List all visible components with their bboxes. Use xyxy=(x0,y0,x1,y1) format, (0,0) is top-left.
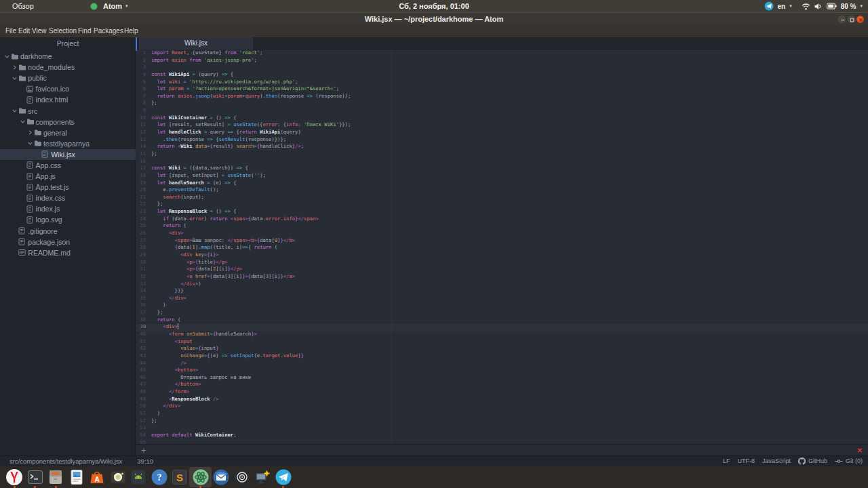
line-number[interactable]: 32 xyxy=(136,273,146,281)
line-number[interactable]: 46 xyxy=(136,374,146,382)
dock-item-atom[interactable] xyxy=(192,468,210,486)
encoding[interactable]: UTF-8 xyxy=(737,456,755,466)
code-line-54[interactable]: 54export default WikiContainer; xyxy=(136,432,868,439)
line-number[interactable]: 19 xyxy=(136,180,146,187)
code-line-53[interactable]: 53 xyxy=(136,424,868,432)
code-line-41[interactable]: 41 <input xyxy=(136,338,868,346)
code-line-43[interactable]: 43 onChange={(e) => setInput(e.target.va… xyxy=(136,352,868,360)
code-line-49[interactable]: 49 <ResponseBlock /> xyxy=(136,396,868,403)
chevron-down-icon[interactable] xyxy=(5,54,11,59)
tab-wiki-jsx[interactable]: Wiki.jsx xyxy=(139,37,253,49)
file-path[interactable]: src/components/testdlyaparnya/Wiki.jsx xyxy=(9,456,122,466)
line-number[interactable]: 1 xyxy=(136,49,146,57)
line-number[interactable]: 29 xyxy=(136,251,146,259)
keyboard-layout[interactable]: en xyxy=(778,3,786,10)
dock-item-android[interactable] xyxy=(130,468,147,486)
code-line-34[interactable]: 34 })} xyxy=(136,287,868,295)
code-line-6[interactable]: 6 let param = '?action=opensearch&format… xyxy=(136,85,868,93)
code-line-46[interactable]: 46 Отправить запрос на вики xyxy=(136,374,868,382)
line-number[interactable]: 24 xyxy=(136,216,146,223)
line-number[interactable]: 3 xyxy=(136,64,146,71)
code-line-15[interactable]: 15}; xyxy=(136,150,868,158)
code-line-28[interactable]: 28 {data[1].map((title, i)=>{ return ( xyxy=(136,244,868,251)
tree-item-general[interactable]: general xyxy=(0,127,136,138)
code-line-32[interactable]: 32 <a href={data[3][i]}>{data[3][i]}</a> xyxy=(136,273,868,281)
chevron-right-icon[interactable] xyxy=(28,130,34,135)
dock-item-document-viewer[interactable] xyxy=(68,468,85,486)
code-line-36[interactable]: 36 ) xyxy=(136,302,868,309)
code-line-16[interactable]: 16 xyxy=(136,158,868,165)
line-number[interactable]: 14 xyxy=(136,143,146,150)
volume-icon[interactable] xyxy=(814,3,823,10)
tree-item-index-js[interactable]: index.js xyxy=(0,203,136,214)
line-number[interactable]: 48 xyxy=(136,388,146,396)
line-number[interactable]: 40 xyxy=(136,331,146,338)
line-number[interactable]: 26 xyxy=(136,230,146,237)
line-number[interactable]: 20 xyxy=(136,186,146,194)
line-number[interactable]: 36 xyxy=(136,302,146,309)
tree-item--gitignore[interactable]: .gitignore xyxy=(0,226,136,237)
code-line-22[interactable]: 22 }; xyxy=(136,201,868,208)
line-number[interactable]: 2 xyxy=(136,57,146,64)
tree-item-src[interactable]: src xyxy=(0,105,136,116)
clock[interactable]: Сб, 2 ноября, 01:00 xyxy=(0,0,868,12)
code-line-26[interactable]: 26 <div> xyxy=(136,230,868,237)
dock-item-telegram[interactable] xyxy=(275,468,292,486)
line-number[interactable]: 21 xyxy=(136,194,146,201)
tree-item-testdlyaparnya[interactable]: testdlyaparnya xyxy=(0,138,136,149)
menu-find[interactable]: Find xyxy=(78,25,91,37)
line-number[interactable]: 45 xyxy=(136,367,146,374)
line-number[interactable]: 7 xyxy=(136,93,146,100)
line-number[interactable]: 8 xyxy=(136,100,146,107)
line-number[interactable]: 54 xyxy=(136,432,146,439)
git-status[interactable]: Git (0) xyxy=(835,456,863,466)
code-line-39[interactable]: 39 <div> xyxy=(136,323,868,331)
code-line-51[interactable]: 51 ) xyxy=(136,410,868,418)
line-number[interactable]: 18 xyxy=(136,172,146,180)
tree-item-favicon-ico[interactable]: favicon.ico xyxy=(0,83,136,94)
line-number[interactable]: 35 xyxy=(136,295,146,302)
code-line-50[interactable]: 50 </div> xyxy=(136,403,868,410)
menu-help[interactable]: Help xyxy=(124,25,138,37)
dock-item-files[interactable] xyxy=(47,468,64,486)
code-line-19[interactable]: 19 let handleSearch = (e) => { xyxy=(136,180,868,187)
tree-item-node-modules[interactable]: node_modules xyxy=(0,62,136,73)
line-number[interactable]: 41 xyxy=(136,338,146,346)
line-number[interactable]: 13 xyxy=(136,136,146,144)
chevron-right-icon[interactable] xyxy=(12,65,18,70)
code-line-38[interactable]: 38 return ( xyxy=(136,317,868,324)
tree-item-logo-svg[interactable]: logo.svg xyxy=(0,214,136,225)
code-line-8[interactable]: 8}; xyxy=(136,100,868,107)
dock-item-additional-drivers[interactable] xyxy=(254,468,271,486)
tree-item-index-css[interactable]: index.css xyxy=(0,192,136,203)
line-number[interactable]: 23 xyxy=(136,208,146,216)
battery-icon[interactable] xyxy=(827,3,837,9)
line-number[interactable]: 9 xyxy=(136,107,146,115)
code-line-29[interactable]: 29 <div key={i}> xyxy=(136,251,868,259)
telegram-tray-icon[interactable] xyxy=(764,1,774,11)
maximize-button[interactable] xyxy=(848,16,855,23)
code-line-55[interactable]: 55 xyxy=(136,439,868,444)
code-line-45[interactable]: 45 <button> xyxy=(136,367,868,374)
close-panel-icon[interactable]: ✕ xyxy=(857,446,863,455)
code-line-18[interactable]: 18 let [input, setInput] = useState(''); xyxy=(136,172,868,180)
chevron-down-icon[interactable] xyxy=(20,119,26,124)
line-number[interactable]: 12 xyxy=(136,129,146,136)
line-number[interactable]: 22 xyxy=(136,201,146,208)
menu-edit[interactable]: Edit xyxy=(18,25,30,37)
code-line-7[interactable]: 7 return axios.jsonp(wiki+param+query).t… xyxy=(136,93,868,100)
code-line-25[interactable]: 25 return ( xyxy=(136,222,868,230)
code-line-2[interactable]: 2import axios from 'axios-jsonp-pro'; xyxy=(136,57,868,64)
menu-file[interactable]: File xyxy=(5,25,16,37)
tree-item-readme-md[interactable]: README.md xyxy=(0,247,136,258)
code-line-52[interactable]: 52}; xyxy=(136,418,868,425)
tree-item-darkhome[interactable]: darkhome xyxy=(0,51,136,62)
line-number[interactable]: 15 xyxy=(136,150,146,158)
code-editor[interactable]: 1import React, {useState} from 'react';2… xyxy=(136,49,868,444)
line-number[interactable]: 6 xyxy=(136,85,146,93)
chevron-down-icon[interactable] xyxy=(12,108,18,113)
code-line-13[interactable]: 13 .then(response => {setResult(response… xyxy=(136,136,868,144)
line-number[interactable]: 49 xyxy=(136,396,146,403)
line-number[interactable]: 53 xyxy=(136,424,146,432)
line-number[interactable]: 34 xyxy=(136,287,146,295)
